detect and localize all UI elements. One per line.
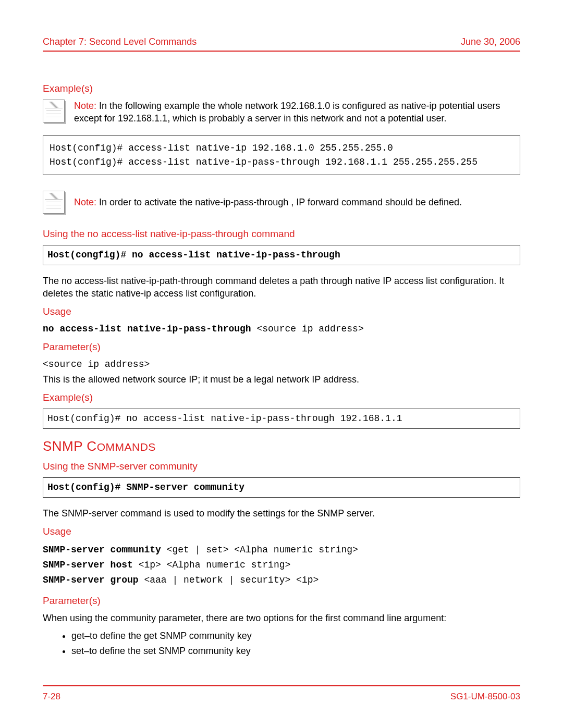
header-date: June 30, 2006 — [461, 36, 520, 47]
examples-heading-2: Example(s) — [43, 392, 520, 403]
chapter-title: Chapter 7: Second Level Commands — [43, 36, 197, 47]
page-number: 7-28 — [43, 692, 60, 702]
usage-arg: <ip> <Alpha numeric string> — [139, 560, 291, 570]
note-label: Note: — [74, 197, 96, 207]
note-body: In the following example the whole netwo… — [74, 101, 500, 124]
list-item: get–to define the get SNMP community key — [71, 631, 520, 641]
note-text: Note: In the following example the whole… — [74, 100, 520, 125]
page-footer: 7-28 SG1-UM-8500-03 — [43, 692, 520, 702]
usage-cmd: no access-list native-ip-pass-through — [43, 324, 256, 334]
no-access-syntax: Host(congfig)# no access-list native-ip-… — [43, 245, 520, 265]
param-desc: This is the allowed network source IP; i… — [43, 373, 520, 386]
usage-arg: <get | set> <Alpha numeric string> — [167, 545, 358, 555]
no-access-example: Host(config)# no access-list native-ip-p… — [43, 409, 520, 429]
snmp-syntax: Host(config)# SNMP-server community — [43, 477, 520, 498]
usage-line: no access-list native-ip-pass-through <s… — [43, 323, 520, 335]
examples-heading: Example(s) — [43, 83, 520, 94]
note-block-1: Note: In the following example the whole… — [43, 100, 520, 125]
snmp-desc: The SNMP-server command is used to modif… — [43, 507, 520, 520]
usage-cmd: SNMP-server host — [43, 560, 139, 570]
snmp-sub-heading: Using the SNMP-server community — [43, 461, 520, 472]
page-header: Chapter 7: Second Level Commands June 30… — [43, 36, 520, 52]
params-heading-2: Parameter(s) — [43, 595, 520, 607]
params-list: get–to define the get SNMP community key… — [71, 631, 520, 657]
list-item: set–to define the set SNMP community key — [71, 646, 520, 657]
usage-heading-2: Usage — [43, 526, 520, 537]
usage-cmd: SNMP-server group — [43, 575, 144, 585]
title-part1: SNMP C — [43, 438, 97, 454]
code-example-1: Host(config)# access-list native-ip 192.… — [43, 135, 520, 175]
doc-id: SG1-UM-8500-03 — [450, 692, 520, 702]
snmp-commands-title: SNMP COMMANDS — [43, 438, 520, 454]
params-heading: Parameter(s) — [43, 341, 520, 353]
note-body: In order to activate the native-ip-pass-… — [99, 197, 462, 207]
usage-arg: <aaa | network | security> <ip> — [144, 575, 319, 585]
snmp-usage-block: SNMP-server community <get | set> <Alpha… — [43, 542, 520, 587]
title-part2: OMMANDS — [97, 441, 156, 453]
usage-cmd: SNMP-server community — [43, 545, 167, 555]
note-label: Note: — [74, 101, 96, 111]
note-icon — [43, 191, 65, 214]
usage-arg: <source ip address> — [256, 324, 363, 334]
params-intro: When using the community parameter, ther… — [43, 612, 520, 624]
param-name: <source ip address> — [43, 358, 520, 371]
note-text: Note: In order to activate the native-ip… — [74, 191, 520, 208]
no-access-heading: Using the no access-list native-ip-pass-… — [43, 228, 520, 240]
note-icon — [43, 100, 65, 122]
note-block-2: Note: In order to activate the native-ip… — [43, 191, 520, 214]
usage-heading: Usage — [43, 306, 520, 317]
no-access-desc: The no access-list native-ip-path-throug… — [43, 275, 520, 300]
footer-rule — [43, 685, 520, 686]
